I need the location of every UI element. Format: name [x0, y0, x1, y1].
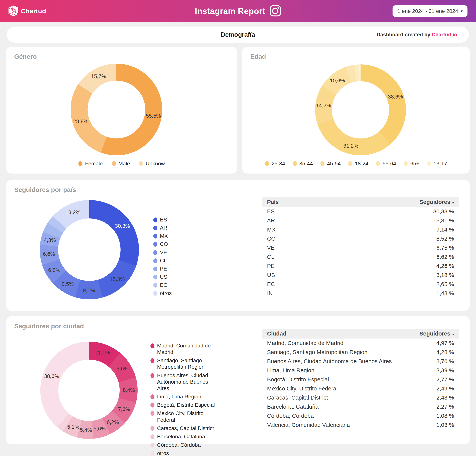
- table-cell-value: 1,08 %: [410, 411, 459, 420]
- sort-desc-icon: ▾: [452, 332, 454, 336]
- legend-label: 35-44: [299, 160, 313, 167]
- donut-slice-label: 14,2%: [316, 103, 331, 109]
- credit-prefix: Dashboard created by: [377, 32, 432, 37]
- logo-text: Chartud: [21, 7, 46, 15]
- legend-item[interactable]: Lima, Lima Region: [151, 394, 216, 400]
- table-cell-value: 8,52 %: [326, 234, 459, 243]
- brand-logo[interactable]: Chartud: [8, 0, 46, 22]
- legend-item[interactable]: CL: [153, 257, 172, 264]
- table-cell-value: 2,27 %: [410, 402, 459, 411]
- city-table: Ciudad Seguidores▾ Madrid, Comunidad de …: [262, 329, 459, 430]
- legend-item[interactable]: Unknow: [139, 160, 165, 167]
- legend-dot: [427, 161, 431, 166]
- legend-item[interactable]: PE: [153, 266, 172, 272]
- city-table-header-value[interactable]: Seguidores▾: [410, 329, 459, 339]
- legend-dot: [151, 434, 154, 439]
- legend-item[interactable]: Caracas, Capital District: [151, 425, 216, 431]
- table-row: ES30,33 %: [262, 207, 459, 216]
- country-donut-chart[interactable]: 30,3%15,3%9,1%8,5%6,8%6,6%4,3%13,2%: [40, 200, 139, 299]
- table-cell-name: Bogotá, Distrito Especial: [262, 375, 410, 384]
- age-donut-chart[interactable]: 38,6%31,2%14,2%10,6%: [315, 64, 406, 155]
- legend-item[interactable]: 25-34: [265, 160, 285, 167]
- age-legend: 25-3435-4445-5418-2455-6465+13-17: [242, 160, 470, 167]
- legend-item[interactable]: Male: [112, 160, 130, 167]
- table-cell-value: 2,43 %: [410, 393, 459, 402]
- table-row: Santiago, Santiago Metropolitan Region4,…: [262, 348, 459, 357]
- table-cell-name: Lima, Lima Region: [262, 366, 410, 375]
- credit-brand-link[interactable]: Chartud.io: [432, 32, 457, 37]
- legend-item[interactable]: 18-24: [348, 160, 368, 167]
- legend-dot: [78, 161, 82, 166]
- legend-item[interactable]: 13-17: [427, 160, 447, 167]
- table-cell-value: 1,43 %: [326, 289, 459, 298]
- legend-item[interactable]: otros: [153, 290, 172, 297]
- table-row: Barcelona, Cataluña2,27 %: [262, 402, 459, 411]
- legend-item[interactable]: 65+: [404, 160, 419, 167]
- legend-item[interactable]: ES: [153, 217, 172, 223]
- table-row: PE4,26 %: [262, 262, 459, 271]
- top-header-bar: Chartud Instagram Report 1 ene 2024 - 31…: [0, 0, 476, 22]
- table-row: US3,18 %: [262, 271, 459, 280]
- legend-item[interactable]: otros: [151, 450, 216, 456]
- donut-slice-label: 13,2%: [66, 209, 80, 215]
- table-cell-name: Caracas, Capital District: [262, 393, 410, 402]
- donut-slice-label: 6,2%: [107, 419, 119, 425]
- legend-label: AR: [160, 225, 167, 231]
- table-cell-value: 15,31 %: [326, 216, 459, 225]
- donut-slice-label: 31,2%: [343, 143, 358, 149]
- legend-item[interactable]: Bogotá, Distrito Especial: [151, 402, 216, 408]
- table-row: MX9,14 %: [262, 225, 459, 234]
- legend-item[interactable]: 55-64: [376, 160, 396, 167]
- country-table-header-name[interactable]: País: [262, 197, 326, 207]
- donut-slice-label: 6,8%: [48, 267, 60, 273]
- table-cell-value: 2,49 %: [410, 384, 459, 393]
- legend-item[interactable]: 45-54: [320, 160, 341, 167]
- legend-label: PE: [160, 266, 167, 272]
- legend-item[interactable]: Mexico City, Distrito Federal: [151, 410, 216, 423]
- credit-text: Dashboard created by Chartud.io: [377, 32, 457, 37]
- legend-item[interactable]: 35-44: [293, 160, 313, 167]
- donut-slice-label: 38,6%: [44, 373, 59, 379]
- country-legend: ESARMXCOVECLPEUSECotros: [153, 217, 172, 297]
- legend-label: 55-64: [382, 160, 396, 167]
- legend-item[interactable]: MX: [153, 233, 172, 239]
- legend-item[interactable]: Female: [78, 160, 102, 167]
- legend-dot: [153, 283, 157, 288]
- instagram-icon: [270, 5, 281, 18]
- sort-desc-icon: ▾: [452, 201, 454, 205]
- table-cell-name: US: [262, 271, 326, 280]
- legend-item[interactable]: Barcelona, Cataluña: [151, 433, 216, 440]
- city-donut-chart[interactable]: 11,1%9,6%8,4%7,6%6,2%5,6%5,4%5,1%38,6%: [40, 342, 138, 439]
- legend-item[interactable]: Santiago, Santiago Metropolitan Region: [151, 357, 216, 370]
- gender-donut-chart[interactable]: 55,5%28,8%15,7%: [71, 64, 162, 155]
- legend-item[interactable]: US: [153, 274, 172, 280]
- legend-dot: [151, 358, 154, 363]
- city-table-header-name[interactable]: Ciudad: [262, 329, 410, 339]
- table-cell-value: 3,39 %: [410, 366, 459, 375]
- legend-item[interactable]: AR: [153, 225, 172, 231]
- legend-item[interactable]: EC: [153, 282, 172, 288]
- donut-slice-label: 11,1%: [95, 350, 110, 356]
- donut-slice-label: 55,5%: [146, 113, 161, 119]
- legend-item[interactable]: Córdoba, Córdoba: [151, 442, 216, 448]
- legend-label: Male: [119, 160, 130, 167]
- legend-item[interactable]: CO: [153, 241, 172, 247]
- legend-item[interactable]: VE: [153, 249, 172, 256]
- legend-dot: [153, 218, 157, 222]
- section-header-bar: Demografía Dashboard created by Chartud.…: [7, 26, 469, 43]
- table-cell-value: 3,18 %: [326, 271, 459, 280]
- date-range-selector[interactable]: 1 ene 2024 - 31 ene 2024 ▾: [392, 5, 468, 17]
- table-cell-value: 2,77 %: [410, 375, 459, 384]
- legend-label: CL: [160, 257, 167, 264]
- legend-dot: [151, 343, 154, 348]
- country-table-header-value[interactable]: Seguidores▾: [326, 197, 459, 207]
- donut-slice-label: 28,8%: [73, 118, 88, 124]
- legend-item[interactable]: Buenos Aires, Ciudad Autónoma de Buenos …: [151, 372, 216, 392]
- legend-item[interactable]: Madrid, Comunidad de Madrid: [151, 342, 216, 355]
- legend-label: Santiago, Santiago Metropolitan Region: [157, 357, 216, 370]
- table-cell-value: 4,97 %: [410, 339, 459, 348]
- table-row: Córdoba, Córdoba1,08 %: [262, 411, 459, 420]
- legend-label: 45-54: [327, 160, 341, 167]
- legend-dot: [151, 443, 154, 447]
- table-row: Bogotá, Distrito Especial2,77 %: [262, 375, 459, 384]
